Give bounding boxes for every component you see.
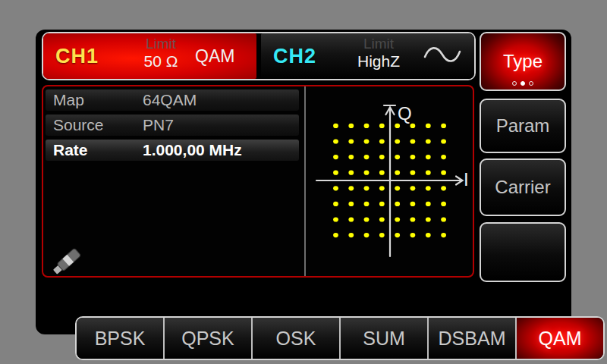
ch1-label: CH1 (55, 45, 99, 68)
ch2-limit-block: Limit HighZ (334, 36, 423, 71)
param-row-rate[interactable]: Rate 1.000,00 MHz (46, 140, 299, 161)
softkey-carrier[interactable]: Carrier (480, 158, 566, 216)
ch1-status[interactable]: CH1 Limit 50 Ω QAM (43, 33, 256, 79)
tab-label: DSBAM (439, 328, 506, 350)
page-indicator-dot (529, 81, 533, 86)
ch2-label: CH2 (273, 45, 316, 68)
page-indicator-dot (512, 81, 517, 86)
softkey-type[interactable]: Type (480, 32, 566, 91)
tab-qpsk[interactable]: QPSK (163, 318, 251, 359)
page-indicator (481, 81, 565, 86)
constellation-plot: Q I (307, 86, 474, 276)
ch1-mode-value: QAM (195, 46, 234, 67)
param-row-source[interactable]: Source PN7 (46, 115, 299, 136)
ch2-limit-value: HighZ (334, 52, 423, 71)
modulation-panel: Map 64QAM Source PN7 Rate 1.000,00 MHz (42, 85, 474, 278)
page-indicator-dot (521, 81, 525, 86)
tab-sum[interactable]: SUM (339, 318, 427, 359)
usb-drive-icon (47, 241, 86, 282)
softkey-blank[interactable] (480, 222, 566, 282)
tab-bpsk[interactable]: BPSK (77, 318, 163, 359)
modulation-tab-bar: BPSK QPSK OSK SUM DSBAM QAM (75, 316, 605, 360)
iq-axes (316, 105, 463, 256)
softkey-param[interactable]: Param (480, 99, 566, 153)
panel-divider (304, 86, 306, 276)
param-row-map[interactable]: Map 64QAM (46, 89, 299, 111)
param-value: PN7 (143, 116, 299, 134)
param-value: 1.000,00 MHz (143, 141, 299, 159)
tab-label: QPSK (181, 328, 234, 350)
param-label: Source (46, 116, 143, 134)
tab-osk[interactable]: OSK (251, 318, 339, 359)
ch1-limit-label: Limit (116, 36, 206, 52)
tab-label: BPSK (95, 328, 146, 350)
parameter-list: Map 64QAM Source PN7 Rate 1.000,00 MHz (46, 89, 299, 165)
softkey-label: Param (496, 115, 550, 136)
i-axis-label: I (464, 169, 469, 190)
device-photo-background: CH1 Limit 50 Ω QAM CH2 Limit HighZ (0, 0, 607, 364)
ch2-status[interactable]: CH2 Limit HighZ (261, 33, 474, 79)
softkey-label: Carrier (495, 177, 550, 198)
channel-status-bar: CH1 Limit 50 Ω QAM CH2 Limit HighZ (42, 32, 476, 80)
q-axis-label: Q (398, 103, 412, 124)
softkey-label: Type (503, 51, 543, 72)
param-value: 64QAM (143, 91, 299, 109)
ch1-limit-block: Limit 50 Ω (116, 36, 206, 71)
tab-qam[interactable]: QAM (515, 318, 603, 359)
ch1-limit-value: 50 Ω (116, 52, 206, 71)
tab-label: OSK (276, 328, 316, 350)
tab-label: QAM (539, 328, 582, 350)
tab-dsbam[interactable]: DSBAM (427, 318, 515, 359)
ch2-limit-label: Limit (334, 36, 423, 52)
param-label: Rate (46, 141, 143, 159)
sine-wave-icon (423, 43, 462, 69)
tab-label: SUM (363, 328, 405, 350)
param-label: Map (46, 91, 143, 109)
